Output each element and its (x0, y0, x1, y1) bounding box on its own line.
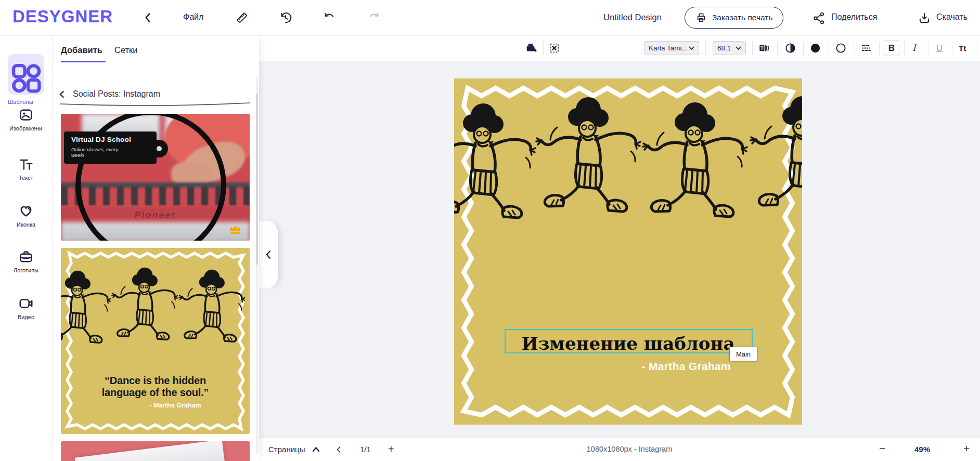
order-print-label: Заказать печать (712, 13, 772, 22)
heart-icon (18, 203, 34, 219)
zoom-in-button[interactable]: + (963, 442, 970, 455)
collapse-chevron-icon (265, 250, 272, 259)
sidebar-item-video[interactable]: Видео (0, 296, 52, 320)
design-illustration (454, 78, 802, 425)
topbar: DESYGNER Файл (0, 0, 980, 36)
bold-button[interactable]: B (884, 40, 899, 56)
toolbar-separator (977, 42, 977, 55)
text-icon (18, 156, 34, 172)
toolbar-separator (803, 42, 804, 55)
sidebar-item-icons[interactable]: Иконка (0, 203, 52, 228)
desygner-logo[interactable]: DESYGNER (12, 7, 113, 27)
share-icon[interactable] (813, 11, 826, 25)
design-canvas[interactable]: Изменение шаблона - Martha Graham Main (454, 78, 802, 425)
selection-tooltip: Main (729, 347, 757, 361)
active-tab-underline (61, 61, 106, 62)
chevron-up-icon[interactable] (312, 446, 320, 452)
redo-icon[interactable] (367, 11, 381, 24)
panel-scrollbar-thumb[interactable] (256, 94, 258, 265)
order-print-button[interactable]: Заказать печать (685, 7, 783, 29)
italic-button[interactable]: I (912, 42, 916, 55)
chevron-down-icon (736, 46, 741, 50)
select-all-icon[interactable] (548, 42, 560, 54)
bottombar: Страницы 1/1 + 1080x1080px - Instagram −… (259, 437, 980, 461)
template-quote-text: “Dance is the hidden language of the sou… (90, 375, 221, 399)
sidebar-item-templates[interactable]: Шаблоны (8, 54, 44, 95)
zoom-level[interactable]: 49% (904, 445, 940, 454)
font-size-value: 68.1 (717, 44, 731, 52)
template-virtual-dj-school[interactable]: Pioneer Virtual DJ School Online classes… (61, 114, 250, 241)
design-size-info: 1080x1080px - Instagram (551, 445, 707, 453)
premium-crown-icon (228, 224, 242, 235)
prev-page-icon[interactable] (336, 446, 341, 453)
sidebar-label: Изображения (9, 125, 43, 136)
toolbar-separator (752, 42, 753, 55)
font-size-select[interactable]: 68.1 (713, 41, 746, 55)
download-label[interactable]: Скачать (936, 12, 968, 22)
dj-banner-subtitle: Online classes, every week! (71, 147, 121, 158)
design-title[interactable]: Untitled Design (603, 12, 662, 22)
sidebar-label: Иконка (0, 221, 52, 228)
dj-banner-tag-hole (157, 146, 162, 151)
toolbar-separator (543, 42, 544, 55)
toolbar-separator (928, 42, 929, 55)
video-icon (18, 296, 34, 311)
chevron-down-icon (689, 46, 694, 50)
text-size-button[interactable]: Tt (959, 42, 966, 55)
back-icon[interactable] (141, 11, 155, 24)
border-style-icon[interactable] (860, 42, 872, 54)
add-page-button[interactable]: + (388, 443, 394, 455)
stroke-color-icon[interactable] (835, 42, 847, 54)
printer-icon (695, 12, 707, 23)
panel-collapse-button[interactable] (259, 221, 278, 288)
breadcrumb-underline (59, 102, 251, 108)
undo-icon[interactable] (323, 11, 336, 24)
toolbar-separator (829, 42, 829, 55)
tab-add[interactable]: Добавить (61, 45, 102, 55)
design-author-text[interactable]: - Martha Graham (454, 360, 731, 373)
template-quote-author: - Martha Graham (123, 402, 227, 409)
share-label[interactable]: Поделиться (831, 12, 877, 22)
toolbar-separator (854, 42, 854, 55)
dj-banner-tag (150, 140, 168, 157)
text-background-icon[interactable] (758, 42, 770, 54)
fill-color-icon[interactable] (809, 42, 821, 54)
toolbar-separator (952, 42, 952, 55)
partial-template-paper (75, 441, 226, 461)
breadcrumb-back-icon[interactable] (58, 90, 66, 98)
toolbar-separator (879, 42, 880, 55)
toolbar-separator (777, 42, 778, 55)
text-selection-box[interactable] (505, 329, 753, 353)
format-toolbar: Karla Tami... 68.1 (259, 35, 980, 61)
zoom-out-button[interactable]: − (879, 442, 885, 455)
templates-grid-icon (8, 60, 44, 96)
transparency-icon[interactable] (784, 42, 796, 54)
sidebar-label: Видео (0, 314, 52, 320)
file-menu[interactable]: Файл (183, 12, 203, 22)
sidebar-item-logos[interactable]: Логотипы (0, 249, 52, 273)
template-partial[interactable] (61, 441, 250, 461)
templates-panel: Добавить Сетки Social Posts: Instagram P… (52, 35, 259, 461)
underline-button[interactable]: U (936, 42, 943, 55)
desygner-app: DESYGNER Файл (0, 0, 980, 461)
font-family-select[interactable]: Karla Tami... (644, 41, 699, 55)
tab-grids[interactable]: Сетки (114, 45, 138, 55)
briefcase-icon (18, 249, 34, 265)
toolbar-separator (705, 42, 706, 55)
sidebar-item-text[interactable]: Текст (0, 156, 52, 181)
font-family-value: Karla Tami... (649, 44, 688, 52)
page-indicator: 1/1 (360, 445, 371, 454)
print-design-icon[interactable] (525, 42, 537, 54)
history-icon[interactable] (279, 11, 292, 24)
toolbar-separator (904, 42, 905, 55)
ruler-icon[interactable] (235, 11, 249, 24)
sidebar-label: Логотипы (0, 267, 52, 273)
sidebar-label: Шаблоны (8, 99, 44, 105)
template-dance-quote[interactable]: “Dance is the hidden language of the sou… (61, 248, 250, 434)
sidebar-item-images[interactable]: Изображения (0, 107, 52, 136)
dj-banner-title: Virtual DJ School (71, 136, 131, 143)
left-rail: Шаблоны Изображения Текст (0, 35, 53, 461)
download-icon[interactable] (918, 11, 931, 25)
breadcrumb[interactable]: Social Posts: Instagram (73, 89, 160, 99)
pages-toggle[interactable]: Страницы (268, 445, 305, 454)
